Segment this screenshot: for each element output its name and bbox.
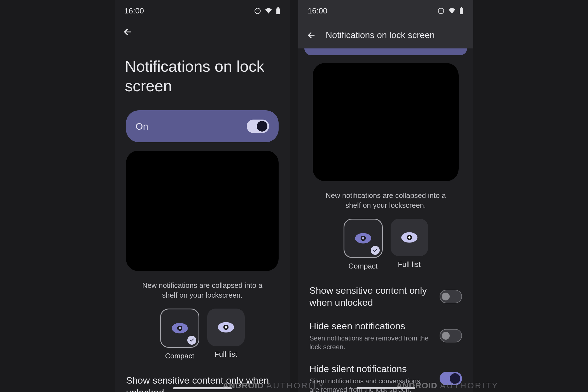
layout-options: Compact Full list bbox=[123, 309, 281, 369]
back-button[interactable] bbox=[307, 31, 316, 40]
svg-point-19 bbox=[408, 236, 410, 239]
phone-screen-collapsed: 16:00 Notifications on loc bbox=[298, 0, 473, 392]
row-title: Show sensitive content only when unlocke… bbox=[309, 284, 433, 308]
option-full-list[interactable] bbox=[391, 219, 428, 256]
status-bar: 16:00 bbox=[115, 0, 290, 22]
back-button[interactable] bbox=[123, 27, 133, 37]
option-full-label: Full list bbox=[391, 260, 428, 269]
preview-caption: New notifications are collapsed into a s… bbox=[123, 281, 281, 309]
option-full-label: Full list bbox=[207, 350, 245, 359]
option-compact-label: Compact bbox=[344, 262, 383, 270]
option-full-list[interactable] bbox=[207, 309, 245, 346]
status-time: 16:00 bbox=[124, 6, 144, 15]
status-icons bbox=[437, 7, 464, 15]
row-title: Hide silent notifications bbox=[309, 363, 433, 375]
preview-caption: New notifications are collapsed into a s… bbox=[307, 191, 465, 219]
check-icon bbox=[371, 246, 380, 255]
row-hide-seen[interactable]: Hide seen notifications Seen notificatio… bbox=[307, 314, 465, 357]
app-bar: Notifications on lock screen bbox=[298, 22, 473, 48]
master-toggle-switch[interactable] bbox=[247, 120, 269, 133]
battery-icon bbox=[276, 7, 280, 15]
row-subtitle: Seen notifications are removed from the … bbox=[309, 334, 433, 351]
eye-icon bbox=[217, 321, 235, 334]
check-icon bbox=[187, 336, 196, 345]
wifi-icon bbox=[265, 8, 272, 14]
option-compact[interactable] bbox=[344, 219, 383, 258]
status-icons bbox=[254, 7, 280, 15]
watermark: ANDROID AUTHORITY bbox=[223, 381, 325, 390]
svg-point-9 bbox=[225, 326, 227, 328]
phone-screen-expanded: 16:00 Notifications on lock screen bbox=[115, 0, 290, 392]
master-toggle-row[interactable]: On bbox=[126, 110, 279, 142]
toggle-switch[interactable] bbox=[440, 290, 462, 303]
master-toggle-label: On bbox=[136, 121, 148, 132]
svg-rect-2 bbox=[276, 8, 280, 14]
row-sensitive-content[interactable]: Show sensitive content only when unlocke… bbox=[307, 279, 465, 314]
page-title: Notifications on lock screen bbox=[115, 40, 290, 107]
dnd-icon bbox=[437, 7, 445, 15]
dnd-icon bbox=[254, 7, 261, 15]
eye-icon bbox=[400, 231, 419, 244]
toggle-switch[interactable] bbox=[440, 329, 462, 342]
row-title: Hide seen notifications bbox=[309, 320, 433, 332]
master-toggle-row[interactable] bbox=[304, 48, 467, 55]
eye-closed-icon bbox=[354, 232, 372, 245]
app-bar-title: Notifications on lock screen bbox=[326, 30, 435, 40]
option-compact-label: Compact bbox=[160, 352, 199, 360]
lockscreen-preview bbox=[313, 63, 459, 181]
wifi-icon bbox=[448, 8, 456, 14]
svg-rect-12 bbox=[460, 8, 463, 14]
lockscreen-preview bbox=[126, 151, 279, 271]
svg-rect-13 bbox=[461, 7, 462, 8]
svg-point-6 bbox=[178, 327, 181, 329]
watermark: ANDROID AUTHORITY bbox=[396, 381, 499, 390]
svg-rect-3 bbox=[277, 7, 279, 8]
status-bar: 16:00 bbox=[298, 0, 473, 22]
eye-closed-icon bbox=[171, 322, 189, 335]
battery-icon bbox=[459, 7, 464, 15]
option-compact[interactable] bbox=[160, 309, 199, 348]
layout-options: Compact Full list bbox=[307, 219, 465, 279]
status-time: 16:00 bbox=[308, 6, 327, 15]
svg-point-16 bbox=[362, 237, 364, 239]
